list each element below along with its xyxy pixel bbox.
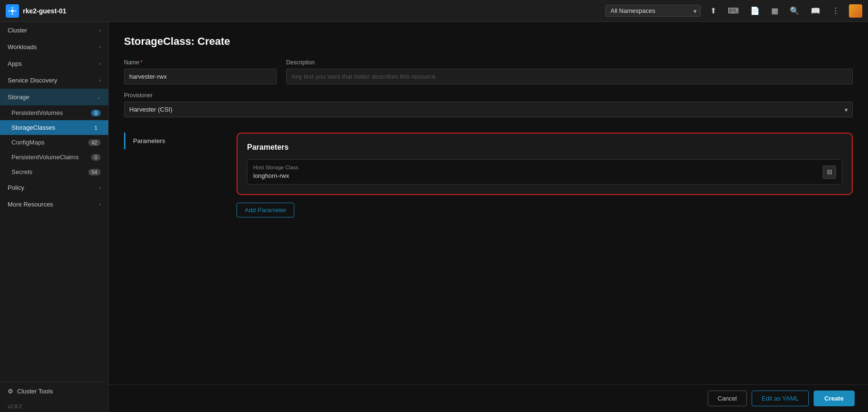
description-label: Description (286, 59, 853, 66)
topbar: rke2-guest-01 All Namespaces default kub… (0, 0, 868, 22)
sidebar-item-more-resources[interactable]: More Resources › (0, 196, 108, 213)
remove-icon: ⊟ (827, 168, 832, 175)
sidebar-item-label: Apps (8, 60, 22, 67)
name-field-group: Name* (124, 59, 277, 84)
edit-as-yaml-button[interactable]: Edit as YAML (752, 391, 809, 406)
main-content: StorageClass: Create Name* Description (109, 22, 868, 412)
chevron-down-icon: ⌄ (97, 94, 101, 100)
bottom-bar: Cancel Edit as YAML Create (109, 384, 868, 412)
chevron-right-icon: › (99, 185, 101, 190)
sidebar-item-cluster[interactable]: Cluster › (0, 22, 108, 39)
badge-pvc: 0 (91, 154, 101, 161)
namespace-select[interactable]: All Namespaces default kube-system (605, 5, 701, 17)
param-row-0: Host Storage Class longhorn-rwx ⊟ (247, 159, 842, 185)
gear-icon: ⚙ (8, 388, 13, 395)
badge-config-maps: 42 (88, 139, 101, 146)
sidebar-item-workloads[interactable]: Workloads › (0, 39, 108, 55)
topbar-right: All Namespaces default kube-system ⬆ ⌨ 📄… (605, 4, 862, 18)
sidebar-item-apps[interactable]: Apps › (0, 55, 108, 72)
sidebar: Cluster › Workloads › Apps › Service Dis… (0, 22, 109, 412)
brand-name: rke2-guest-01 (23, 7, 66, 15)
chevron-right-icon: › (99, 78, 101, 83)
param-label-0: Host Storage Class (253, 165, 819, 170)
chevron-right-icon: › (99, 28, 101, 33)
sidebar-sub-item-persistent-volumes[interactable]: PersistentVolumes 0 (0, 105, 108, 120)
upload-icon[interactable]: ⬆ (708, 4, 718, 17)
main-inner: StorageClass: Create Name* Description (109, 22, 868, 231)
page-title: StorageClass: Create (124, 35, 853, 48)
params-content: Parameters Host Storage Class longhorn-r… (237, 133, 853, 217)
provisioner-group: Provisioner Harvester (CSI) (124, 92, 853, 125)
layout: Cluster › Workloads › Apps › Service Dis… (0, 22, 868, 412)
provisioner-label: Provisioner (124, 92, 853, 99)
description-field-group: Description (286, 59, 853, 84)
sidebar-sub-label: ConfigMaps (11, 139, 44, 146)
cancel-button[interactable]: Cancel (708, 391, 747, 406)
params-nav-sidebar: Parameters (124, 133, 229, 217)
add-parameter-button[interactable]: Add Parameter (237, 203, 294, 217)
provisioner-wrapper[interactable]: Harvester (CSI) (124, 102, 853, 117)
sidebar-sub-label: Secrets (11, 168, 32, 175)
name-label: Name* (124, 59, 277, 66)
grid-icon[interactable]: ▦ (769, 4, 780, 17)
params-nav-item[interactable]: Parameters (124, 133, 229, 149)
param-value-0: longhorn-rwx (253, 172, 819, 179)
search-icon[interactable]: 🔍 (788, 4, 801, 17)
sidebar-sub-item-secrets[interactable]: Secrets 54 (0, 165, 108, 179)
parameters-title: Parameters (247, 143, 842, 152)
sidebar-item-label: More Resources (8, 201, 53, 208)
sidebar-sub-item-config-maps[interactable]: ConfigMaps 42 (0, 135, 108, 150)
title-action: Create (197, 35, 230, 47)
sidebar-sub-label: PersistentVolumes (11, 109, 63, 116)
badge-storage-classes: 1 (91, 124, 101, 131)
more-icon[interactable]: ⋮ (830, 4, 841, 17)
edit-yaml-label: Edit as YAML (762, 395, 799, 402)
sidebar-item-storage[interactable]: Storage ⌄ (0, 89, 108, 105)
chevron-right-icon: › (99, 61, 101, 66)
provisioner-select[interactable]: Harvester (CSI) (124, 102, 853, 117)
name-desc-row: Name* Description (124, 59, 853, 84)
sidebar-item-label: Workloads (8, 43, 37, 51)
sidebar-sub-item-pvc[interactable]: PersistentVolumeClaims 0 (0, 150, 108, 165)
avatar[interactable] (849, 4, 862, 18)
sidebar-sub-label: StorageClasses (11, 124, 55, 131)
create-label: Create (825, 395, 844, 402)
description-input[interactable] (286, 69, 853, 84)
brand-icon (6, 4, 19, 18)
params-nav-label: Parameters (133, 137, 165, 144)
brand[interactable]: rke2-guest-01 (6, 4, 66, 18)
namespace-wrapper[interactable]: All Namespaces default kube-system (605, 5, 701, 17)
terminal-icon[interactable]: ⌨ (726, 4, 741, 17)
sidebar-item-policy[interactable]: Policy › (0, 179, 108, 196)
parameters-box: Parameters Host Storage Class longhorn-r… (237, 133, 853, 195)
book-icon[interactable]: 📖 (809, 4, 822, 17)
sidebar-item-label: Cluster (8, 27, 27, 34)
cluster-tools-label: Cluster Tools (17, 388, 53, 395)
params-layout: Parameters Parameters Host Storage Class… (124, 133, 853, 217)
sidebar-sub-item-storage-classes[interactable]: StorageClasses 1 (0, 120, 108, 135)
svg-point-1 (11, 10, 14, 12)
sidebar-item-label: Policy (8, 184, 24, 191)
required-mark: * (140, 59, 143, 66)
chevron-right-icon: › (99, 44, 101, 50)
param-field-group-0: Host Storage Class longhorn-rwx (253, 165, 819, 179)
sidebar-item-label: Service Discovery (8, 77, 57, 84)
cluster-tools-button[interactable]: ⚙ Cluster Tools (0, 381, 108, 401)
title-prefix: StorageClass: (124, 35, 195, 47)
badge-secrets: 54 (88, 169, 101, 175)
cancel-label: Cancel (718, 395, 737, 402)
badge-persistent-volumes: 0 (91, 110, 101, 116)
chevron-right-icon: › (99, 202, 101, 207)
version-label: v2.8.2 (0, 401, 108, 412)
add-parameter-label: Add Parameter (245, 206, 286, 214)
param-remove-button-0[interactable]: ⊟ (823, 165, 836, 179)
name-input[interactable] (124, 69, 277, 84)
sidebar-item-service-discovery[interactable]: Service Discovery › (0, 72, 108, 89)
file-icon[interactable]: 📄 (748, 4, 762, 17)
sidebar-sub-label: PersistentVolumeClaims (11, 154, 79, 161)
sidebar-item-label: Storage (8, 93, 30, 101)
create-button[interactable]: Create (814, 391, 855, 406)
